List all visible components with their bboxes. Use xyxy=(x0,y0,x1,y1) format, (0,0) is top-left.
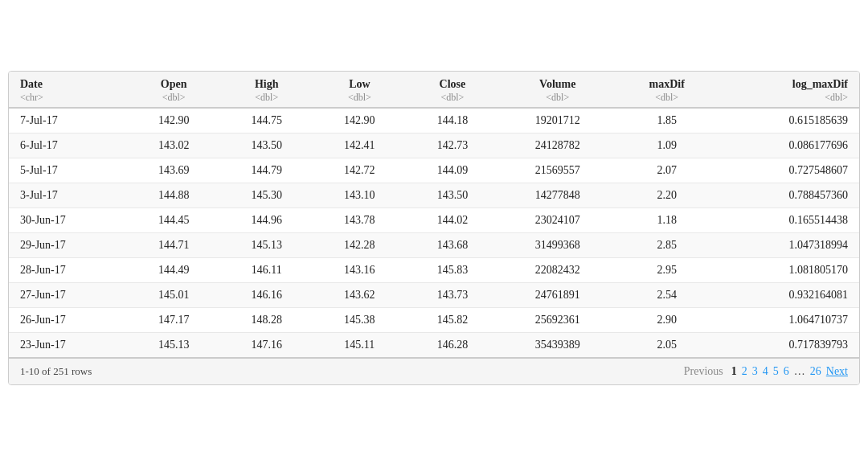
next-button[interactable]: Next xyxy=(826,365,848,378)
col-header-volume: Volume <dbl> xyxy=(499,72,616,108)
table-cell: 145.30 xyxy=(220,183,313,208)
table-cell: 0.727548607 xyxy=(718,158,860,183)
table-cell: 144.88 xyxy=(127,183,220,208)
table-cell: 2.95 xyxy=(616,258,718,283)
table-cell: 30-Jun-17 xyxy=(9,208,127,233)
table-cell: 143.50 xyxy=(406,183,499,208)
previous-label: Previous xyxy=(684,365,723,378)
table-cell: 0.717839793 xyxy=(718,333,860,359)
table-cell: 143.50 xyxy=(220,134,313,158)
col-label-date: Date xyxy=(20,78,43,90)
col-type-volume: <dbl> xyxy=(510,92,605,104)
col-header-log_maxDif: log_maxDif <dbl> xyxy=(718,72,860,108)
table-cell: 145.13 xyxy=(127,333,220,359)
table-cell: 146.16 xyxy=(220,283,313,308)
col-type-maxDif: <dbl> xyxy=(628,92,706,104)
table-cell: 142.41 xyxy=(313,134,407,158)
table-cell: 143.69 xyxy=(127,158,220,183)
table-cell: 1.064710737 xyxy=(718,308,860,333)
table-cell: 0.788457360 xyxy=(718,183,860,208)
table-cell: 23-Jun-17 xyxy=(9,333,127,359)
table-cell: 145.82 xyxy=(406,308,499,333)
table-cell: 3-Jul-17 xyxy=(9,183,127,208)
col-label-open: Open xyxy=(161,78,187,90)
col-type-high: <dbl> xyxy=(231,92,302,104)
table-cell: 0.615185639 xyxy=(718,108,860,134)
table-cell: 35439389 xyxy=(499,333,616,359)
table-cell: 142.90 xyxy=(127,108,220,134)
col-label-close: Close xyxy=(440,78,466,90)
table-cell: 146.28 xyxy=(406,333,499,359)
table-cell: 147.16 xyxy=(220,333,313,359)
page-link-5[interactable]: 5 xyxy=(773,365,779,378)
table-cell: 2.20 xyxy=(616,183,718,208)
table-cell: 144.75 xyxy=(220,108,313,134)
table-cell: 6-Jul-17 xyxy=(9,134,127,158)
table-cell: 144.71 xyxy=(127,233,220,258)
table-header-row: Date <chr> Open <dbl> High <dbl> Low <db… xyxy=(9,72,859,108)
table-cell: 22082432 xyxy=(499,258,616,283)
row-count: 1-10 of 251 rows xyxy=(20,365,92,378)
table-cell: 2.90 xyxy=(616,308,718,333)
page-link-3[interactable]: 3 xyxy=(752,365,758,378)
table-row: 23-Jun-17145.13147.16145.11146.283543938… xyxy=(9,333,859,359)
table-cell: 2.07 xyxy=(616,158,718,183)
table-row: 3-Jul-17144.88145.30143.10143.5014277848… xyxy=(9,183,859,208)
table-cell: 143.68 xyxy=(406,233,499,258)
col-type-date: <chr> xyxy=(20,92,116,104)
col-header-maxDif: maxDif <dbl> xyxy=(616,72,718,108)
table-cell: 142.72 xyxy=(313,158,407,183)
table-cell: 146.11 xyxy=(220,258,313,283)
pagination: Previous 1 2 3 4 5 6 … 26 Next xyxy=(684,365,848,378)
table-cell: 0.165514438 xyxy=(718,208,860,233)
table-cell: 147.17 xyxy=(127,308,220,333)
table-cell: 21569557 xyxy=(499,158,616,183)
table-cell: 142.90 xyxy=(313,108,407,134)
col-type-low: <dbl> xyxy=(325,92,395,104)
page-link-4[interactable]: 4 xyxy=(763,365,768,378)
data-table: Date <chr> Open <dbl> High <dbl> Low <db… xyxy=(8,71,860,385)
col-type-log_maxDif: <dbl> xyxy=(729,92,849,104)
table-row: 7-Jul-17142.90144.75142.90144.1819201712… xyxy=(9,108,859,134)
table-cell: 28-Jun-17 xyxy=(9,258,127,283)
table-cell: 145.83 xyxy=(406,258,499,283)
col-label-low: Low xyxy=(349,78,370,90)
col-header-close: Close <dbl> xyxy=(406,72,499,108)
table-cell: 31499368 xyxy=(499,233,616,258)
table-cell: 144.79 xyxy=(220,158,313,183)
col-header-date: Date <chr> xyxy=(9,72,127,108)
table-cell: 7-Jul-17 xyxy=(9,108,127,134)
table-row: 28-Jun-17144.49146.11143.16145.832208243… xyxy=(9,258,859,283)
table-cell: 23024107 xyxy=(499,208,616,233)
col-header-open: Open <dbl> xyxy=(127,72,220,108)
table-footer-cell: 1-10 of 251 rows Previous 1 2 3 4 5 6 … … xyxy=(9,358,859,384)
table-cell: 24128782 xyxy=(499,134,616,158)
table-cell: 145.11 xyxy=(313,333,407,359)
table-cell: 2.54 xyxy=(616,283,718,308)
table-cell: 145.13 xyxy=(220,233,313,258)
col-header-low: Low <dbl> xyxy=(313,72,407,108)
table-cell: 0.086177696 xyxy=(718,134,860,158)
table-cell: 143.16 xyxy=(313,258,407,283)
table-footer-row: 1-10 of 251 rows Previous 1 2 3 4 5 6 … … xyxy=(9,358,859,384)
table-cell: 144.49 xyxy=(127,258,220,283)
table-cell: 143.78 xyxy=(313,208,407,233)
page-link-6[interactable]: 6 xyxy=(784,365,789,378)
table-row: 5-Jul-17143.69144.79142.72144.0921569557… xyxy=(9,158,859,183)
table-cell: 14277848 xyxy=(499,183,616,208)
table-cell: 143.62 xyxy=(313,283,407,308)
page-link-2[interactable]: 2 xyxy=(742,365,747,378)
table-cell: 19201712 xyxy=(499,108,616,134)
col-label-high: High xyxy=(255,78,279,90)
table-cell: 1.18 xyxy=(616,208,718,233)
table-cell: 144.02 xyxy=(406,208,499,233)
table-cell: 1.047318994 xyxy=(718,233,860,258)
col-label-log_maxDif: log_maxDif xyxy=(792,78,848,90)
table-cell: 148.28 xyxy=(220,308,313,333)
page-link-last[interactable]: 26 xyxy=(810,365,821,378)
col-label-maxDif: maxDif xyxy=(649,78,684,90)
table-cell: 144.09 xyxy=(406,158,499,183)
table-cell: 0.932164081 xyxy=(718,283,860,308)
table-cell: 25692361 xyxy=(499,308,616,333)
table-cell: 144.96 xyxy=(220,208,313,233)
